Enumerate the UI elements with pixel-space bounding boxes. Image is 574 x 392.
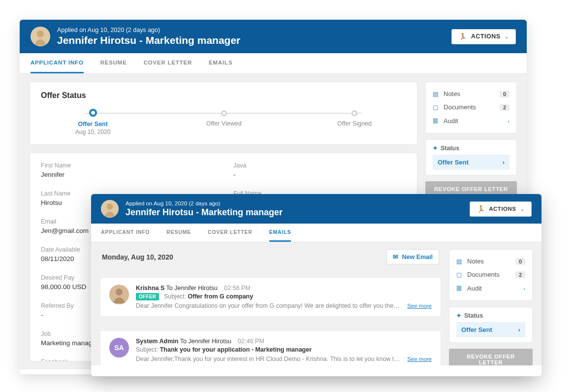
step-circle-icon: [351, 110, 357, 116]
email-subject: OFFER Subject: Offer from G company: [136, 293, 432, 300]
audit-icon: 𝍬: [456, 284, 463, 293]
actions-label: ACTIONS: [471, 33, 501, 40]
count-badge: 2: [500, 104, 510, 111]
email-item[interactable]: Krishna S To Jennifer Hirotsu 02:56 PM O…: [100, 277, 441, 317]
field-java: Java -: [233, 162, 406, 178]
count-badge: 0: [500, 91, 510, 98]
field-value: -: [233, 171, 406, 178]
status-chip[interactable]: Offer Sent ›: [456, 322, 525, 337]
documents-link[interactable]: ▢ Documents 2: [456, 268, 525, 281]
step-circle-icon: [221, 110, 227, 116]
tabs: APPLICANT INFO RESUME COVER LETTER EMAIL…: [20, 53, 527, 74]
tab-cover-letter[interactable]: COVER LETTER: [144, 53, 192, 73]
offer-stepper: Offer Sent Aug 10, 2020 Offer Viewed Off…: [41, 109, 406, 135]
email-to-prefix: To: [166, 285, 173, 292]
email-time: 02:56 PM: [224, 285, 251, 292]
field-label: Java: [233, 162, 406, 169]
page-title: Jennifer Hirotsu - Marketing manager: [126, 207, 463, 218]
email-item[interactable]: SA System Admin To Jennifer Hirotsu 02:4…: [100, 330, 441, 365]
status-head-label: Status: [464, 312, 483, 319]
status-card: ✦ Status Offer Sent ›: [449, 307, 533, 343]
new-email-button[interactable]: ✉ New Email: [386, 249, 439, 264]
notes-link[interactable]: ▤ Notes 0: [456, 255, 525, 268]
actions-button[interactable]: 🏃 ACTIONS ⌄: [451, 29, 516, 44]
side-label: Audit: [467, 285, 519, 292]
side-label: Documents: [444, 103, 496, 111]
chevron-right-icon: ›: [503, 159, 505, 166]
notes-icon: ▤: [433, 91, 440, 98]
body: Monday, Aug 10, 2020 ✉ New Email Krishna…: [91, 242, 542, 365]
audit-link[interactable]: 𝍬 Audit ›: [456, 281, 525, 295]
avatar-initials: SA: [114, 344, 124, 352]
tab-resume[interactable]: RESUME: [166, 224, 191, 242]
email-sender: System Admin: [136, 338, 178, 345]
header: Applied on Aug 10, 2020 (2 days ago) Jen…: [91, 194, 542, 224]
header-text: Applied on Aug 10, 2020 (2 days ago) Jen…: [126, 200, 463, 218]
step-label: Offer Viewed: [206, 120, 242, 127]
chevron-right-icon: ›: [518, 326, 520, 333]
step-label: Offer Signed: [337, 120, 372, 127]
step-offer-sent: Offer Sent Aug 10, 2020: [75, 109, 110, 135]
svg-point-5: [116, 289, 123, 295]
side-label: Notes: [467, 258, 511, 265]
status-icon: ✦: [456, 312, 461, 319]
applied-date: Applied on Aug 10, 2020 (2 days ago): [57, 27, 445, 33]
emails-window: Applied on Aug 10, 2020 (2 days ago) Jen…: [91, 194, 542, 376]
email-recipient: Jennifer Hirotsu: [174, 285, 218, 292]
email-meta: System Admin To Jennifer Hirotsu 02:46 P…: [136, 338, 432, 345]
notes-link[interactable]: ▤ Notes 0: [433, 87, 510, 100]
tab-applicant-info[interactable]: APPLICANT INFO: [101, 224, 150, 242]
field-label: First Name: [41, 162, 214, 169]
svg-point-3: [107, 203, 113, 210]
field-value: Jennifer: [41, 171, 214, 178]
avatar: [31, 27, 50, 46]
tab-applicant-info[interactable]: APPLICANT INFO: [31, 53, 84, 73]
status-head: ✦ Status: [433, 145, 510, 152]
notes-icon: ▤: [456, 258, 463, 265]
status-value: Offer Sent: [438, 159, 469, 166]
offer-status-title: Offer Status: [41, 91, 406, 100]
audit-icon: 𝍬: [433, 117, 440, 125]
see-more-link[interactable]: See more: [407, 303, 432, 309]
status-card: ✦ Status Offer Sent ›: [425, 139, 517, 175]
count-badge: 2: [515, 271, 525, 278]
tab-emails[interactable]: EMAILS: [209, 53, 232, 73]
subject-label: Subject:: [136, 346, 158, 353]
tab-emails[interactable]: EMAILS: [269, 224, 291, 242]
new-email-label: New Email: [402, 254, 433, 261]
status-chip[interactable]: Offer Sent ›: [433, 155, 510, 170]
preview-text: Dear Jennifer,Thank you for your interes…: [136, 356, 401, 362]
step-offer-viewed: Offer Viewed: [206, 109, 242, 127]
documents-icon: ▢: [433, 104, 440, 111]
email-to-prefix: To: [180, 338, 187, 345]
documents-link[interactable]: ▢ Documents 2: [433, 100, 510, 114]
offer-status-card: Offer Status Offer Sent Aug 10, 2020 Off…: [30, 82, 417, 145]
running-icon: 🏃: [459, 33, 467, 40]
status-head-label: Status: [441, 145, 459, 152]
step-offer-signed: Offer Signed: [337, 109, 372, 127]
email-preview: Dear Jennifer Congratulations on your of…: [136, 302, 432, 309]
offer-tag: OFFER: [136, 293, 159, 300]
count-badge: 0: [515, 258, 525, 265]
compose-icon: ✉: [393, 253, 398, 261]
side-column: ▤ Notes 0 ▢ Documents 2 𝍬 Audit › ✦: [449, 249, 533, 359]
email-time: 02:46 PM: [238, 338, 264, 345]
actions-button[interactable]: 🏃 ACTIONS ⌄: [470, 201, 532, 217]
tab-cover-letter[interactable]: COVER LETTER: [208, 224, 253, 242]
page-title: Jennifer Hirotsu - Marketing manager: [57, 34, 445, 46]
tabs: APPLICANT INFO RESUME COVER LETTER EMAIL…: [91, 224, 542, 242]
avatar: [101, 200, 119, 218]
audit-link[interactable]: 𝍬 Audit ›: [433, 114, 510, 128]
email-subject: Subject: Thank you for your application …: [136, 346, 432, 353]
subject-text: Thank you for your application - Marketi…: [160, 346, 312, 353]
header: Applied on Aug 10, 2020 (2 days ago) Jen…: [20, 20, 527, 53]
tab-resume[interactable]: RESUME: [100, 53, 127, 73]
step-label: Offer Sent: [75, 121, 110, 128]
see-more-link[interactable]: See more: [407, 356, 432, 362]
header-text: Applied on Aug 10, 2020 (2 days ago) Jen…: [57, 27, 445, 46]
revoke-button[interactable]: REVOKE OFFER LETTER: [449, 349, 533, 365]
subject-text: Offer from G company: [188, 293, 254, 300]
email-avatar: SA: [109, 338, 129, 358]
side-links-card: ▤ Notes 0 ▢ Documents 2 𝍬 Audit ›: [425, 82, 517, 133]
emails-head: Monday, Aug 10, 2020 ✉ New Email: [100, 249, 441, 269]
